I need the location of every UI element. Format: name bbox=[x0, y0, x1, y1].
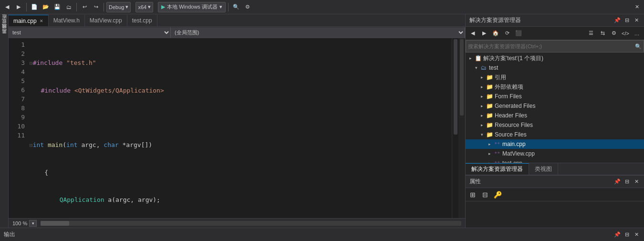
sol-code-btn[interactable]: </> bbox=[620, 28, 631, 39]
props-alpha-btn[interactable]: 🔑 bbox=[492, 189, 503, 200]
code-editor: 1 2 3 4 5 6 7 8 9 10 11 ⊟#include "test.… bbox=[9, 38, 465, 218]
back-btn[interactable]: ◀ bbox=[2, 2, 12, 12]
editor-margin-right bbox=[458, 38, 465, 218]
platform-dropdown[interactable]: x64 ▾ bbox=[135, 2, 153, 12]
solution-explorer-header: 解决方案资源管理器 📌 ⊟ ✕ bbox=[466, 14, 644, 27]
props-category-btn[interactable]: ⊟ bbox=[480, 189, 490, 200]
sol-sync-btn[interactable]: ⇆ bbox=[597, 28, 608, 39]
main-area: 调试 断点 监视 调用堆栈 工具箱 main.cpp ✕ MatView.h M… bbox=[0, 14, 644, 228]
sol-forward-btn[interactable]: ▶ bbox=[479, 28, 489, 39]
sol-home-btn[interactable]: 🏠 bbox=[490, 28, 501, 39]
tree-item-test-cpp[interactable]: ▸ ⁺⁺ test.cpp bbox=[466, 158, 644, 163]
expand-generated-files: ▸ bbox=[479, 103, 485, 109]
close-btn[interactable]: ✕ bbox=[632, 2, 642, 12]
tree-item-form-files[interactable]: ▸ 📁 Form Files bbox=[466, 92, 644, 101]
sidebar-item-callstack[interactable]: 调用堆栈 bbox=[0, 31, 9, 34]
props-grid-btn[interactable]: ⊞ bbox=[467, 189, 478, 200]
main-cpp-icon: ⁺⁺ bbox=[493, 140, 501, 148]
panel-pin-btn[interactable]: ⊟ bbox=[623, 17, 631, 24]
debug-config-dropdown[interactable]: Debug ▾ bbox=[106, 2, 131, 12]
props-header-btns: 📌 ⊟ ✕ bbox=[613, 178, 640, 186]
expand-header-files: ▸ bbox=[479, 113, 485, 118]
sol-more-btn[interactable]: … bbox=[632, 28, 642, 39]
search-toolbar-btn[interactable]: 🔍 bbox=[231, 2, 241, 12]
sol-collapse-btn[interactable]: ⬛ bbox=[513, 28, 524, 39]
output-pin-btn[interactable]: 📌 bbox=[613, 231, 621, 239]
solution-explorer-panel: 解决方案资源管理器 📌 ⊟ ✕ ◀ ▶ 🏠 ⟳ ⬛ ☰ ⇆ ⚙ </> … 🔍 bbox=[465, 14, 644, 228]
panel-close-btn[interactable]: ✕ bbox=[633, 17, 640, 24]
line-numbers: 1 2 3 4 5 6 7 8 9 10 11 bbox=[9, 38, 28, 218]
sol-refresh-btn[interactable]: ⟳ bbox=[502, 28, 512, 39]
solution-icon: 📋 bbox=[474, 54, 482, 62]
tree-item-matview-cpp[interactable]: ▸ ⁺⁺ MatView.cpp bbox=[466, 149, 644, 158]
tab-matview-h[interactable]: MatView.h bbox=[49, 15, 85, 26]
generated-files-icon: 📁 bbox=[486, 102, 493, 110]
tab-test-cpp[interactable]: test.cpp bbox=[127, 15, 157, 26]
new-btn[interactable]: 📄 bbox=[29, 2, 40, 12]
pin-btn[interactable]: 📌 bbox=[613, 17, 621, 24]
tree-item-generated-files[interactable]: ▸ 📁 Generated Files bbox=[466, 101, 644, 111]
expand-ext-deps: ▸ bbox=[479, 84, 485, 90]
test-cpp-icon: ⁺⁺ bbox=[493, 159, 501, 163]
editor-scrollbar[interactable] bbox=[452, 38, 458, 218]
ref-icon: 📁 bbox=[486, 73, 493, 81]
run-icon: ▶ bbox=[161, 4, 165, 10]
sol-settings-btn[interactable]: ⚙ bbox=[609, 28, 619, 39]
editor-tabs-bar: main.cpp ✕ MatView.h MatView.cpp test.cp… bbox=[9, 14, 465, 27]
main-toolbar: ◀ ▶ 📄 📂 💾 🗂 ↩ ↪ Debug ▾ x64 ▾ ▶ 本地 Windo… bbox=[0, 0, 644, 14]
save-all-btn[interactable]: 🗂 bbox=[63, 2, 74, 12]
properties-toolbar: ⊞ ⊟ 🔑 bbox=[466, 188, 644, 201]
settings-btn[interactable]: ⚙ bbox=[242, 2, 253, 12]
sidebar-item-watch[interactable]: 监视 bbox=[0, 26, 9, 30]
undo-btn[interactable]: ↩ bbox=[79, 2, 90, 12]
resource-files-label: Resource Files bbox=[495, 122, 533, 128]
scope-range-dropdown[interactable]: (全局范围) bbox=[171, 27, 465, 38]
tab-main-cpp[interactable]: main.cpp ✕ bbox=[9, 15, 49, 26]
tree-project[interactable]: ▾ 🗂 test bbox=[466, 63, 644, 73]
zoom-bar: 100 % ▾ bbox=[9, 218, 465, 228]
tab-label-main-cpp: main.cpp bbox=[13, 18, 37, 24]
sidebar-item-breakpoints[interactable]: 断点 bbox=[0, 21, 9, 25]
save-btn[interactable]: 💾 bbox=[52, 2, 62, 12]
tree-item-ref[interactable]: ▸ 📁 引用 bbox=[466, 73, 644, 82]
header-buttons: 📌 ⊟ ✕ bbox=[613, 17, 640, 24]
tree-item-header-files[interactable]: ▸ 📁 Header Files bbox=[466, 111, 644, 120]
output-collapse-btn[interactable]: ⊟ bbox=[623, 231, 631, 239]
expand-resource-files: ▸ bbox=[479, 122, 485, 128]
tree-item-source-files[interactable]: ▾ 📁 Source Files bbox=[466, 130, 644, 139]
output-close-btn[interactable]: ✕ bbox=[633, 231, 640, 239]
sep3 bbox=[104, 3, 104, 11]
props-pin-btn[interactable]: 📌 bbox=[613, 178, 621, 186]
sol-back-btn[interactable]: ◀ bbox=[467, 28, 478, 39]
open-btn[interactable]: 📂 bbox=[41, 2, 51, 12]
tab-sol-label: 解决方案资源管理器 bbox=[471, 165, 523, 173]
sol-search-bar: 🔍 bbox=[466, 40, 644, 52]
props-collapse-btn[interactable]: ⊟ bbox=[623, 178, 631, 186]
solution-label: 解决方案'test'(1 个项目) bbox=[483, 54, 543, 63]
horizontal-scrollbar[interactable] bbox=[41, 221, 461, 226]
source-files-label: Source Files bbox=[495, 131, 527, 138]
sidebar-item-toolbox[interactable]: 工具箱 bbox=[0, 35, 9, 39]
zoom-down-btn[interactable]: ▾ bbox=[29, 220, 37, 227]
tab-solution-explorer[interactable]: 解决方案资源管理器 bbox=[466, 163, 529, 175]
tab-class-view[interactable]: 类视图 bbox=[529, 163, 558, 175]
sol-search-input[interactable] bbox=[468, 43, 633, 49]
tree-item-ext-deps[interactable]: ▸ 📁 外部依赖项 bbox=[466, 82, 644, 92]
forward-btn[interactable]: ▶ bbox=[13, 2, 24, 12]
scope-item-dropdown[interactable]: test bbox=[9, 27, 171, 38]
tree-item-resource-files[interactable]: ▸ 📁 Resource Files bbox=[466, 120, 644, 130]
properties-title: 属性 bbox=[469, 178, 481, 186]
tree-item-main-cpp[interactable]: ▸ ⁺⁺ main.cpp bbox=[466, 139, 644, 149]
matview-cpp-label: MatView.cpp bbox=[502, 150, 535, 157]
tree-solution-root[interactable]: ▸ 📋 解决方案'test'(1 个项目) bbox=[466, 53, 644, 63]
redo-btn[interactable]: ↪ bbox=[91, 2, 101, 12]
tab-matview-cpp[interactable]: MatView.cpp bbox=[85, 15, 127, 26]
code-content[interactable]: ⊟#include "test.h" #include <QtWidgets/Q… bbox=[28, 38, 452, 218]
run-button[interactable]: ▶ 本地 Windows 调试器 ▾ bbox=[158, 2, 226, 12]
props-close-btn[interactable]: ✕ bbox=[633, 178, 640, 186]
form-files-icon: 📁 bbox=[486, 93, 493, 100]
ref-label: 引用 bbox=[495, 73, 506, 82]
zoom-value: 100 % bbox=[12, 220, 27, 226]
sidebar-item-debug[interactable]: 调试 bbox=[0, 16, 9, 20]
sol-filter-btn[interactable]: ☰ bbox=[586, 28, 596, 39]
